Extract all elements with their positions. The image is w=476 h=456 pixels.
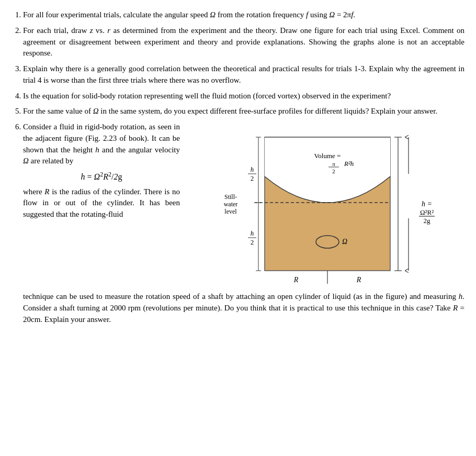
svg-text:π: π	[332, 161, 335, 167]
figure-area: h = Ω²R² 2g Still- water level	[185, 121, 464, 289]
item6-where-text: where R is the radius of the cylinder. T…	[23, 186, 180, 220]
item6-bottom-text: technique can be used to measure the rot…	[23, 291, 464, 325]
svg-text:h: h	[251, 165, 254, 173]
svg-text:Volume =: Volume =	[314, 152, 341, 160]
item-6: Consider a fluid in rigid-body rotation,…	[23, 121, 464, 325]
item-4: Is the equation for solid-body rotation …	[23, 91, 464, 102]
svg-text:R: R	[293, 276, 299, 284]
svg-text:R: R	[356, 276, 361, 284]
svg-text:2g: 2g	[424, 217, 431, 225]
item-5: For the same value of Ω in the same syst…	[23, 106, 464, 117]
item-3: Explain why there is a generally good co…	[23, 63, 464, 86]
svg-text:2: 2	[251, 238, 254, 246]
svg-text:h =: h =	[422, 200, 432, 208]
svg-text:R²h: R²h	[344, 160, 354, 168]
svg-text:Ω²R²: Ω²R²	[420, 208, 434, 216]
svg-text:Ω: Ω	[342, 238, 347, 246]
svg-text:Still-: Still-	[224, 193, 237, 201]
svg-text:2: 2	[251, 174, 254, 182]
svg-text:2: 2	[332, 168, 335, 174]
figure-svg: h = Ω²R² 2g Still- water level	[212, 121, 437, 289]
svg-text:water: water	[224, 201, 238, 208]
item-1: For all four experimental trials, calcul…	[23, 9, 464, 21]
formula-h: h = Ω2R2/2g	[23, 170, 180, 183]
svg-text:h: h	[251, 229, 254, 237]
item-2: For each trial, draw z vs. r as determin…	[23, 25, 464, 59]
item6-left-text: Consider a fluid in rigid-body rotation,…	[23, 121, 180, 220]
svg-text:level: level	[224, 208, 237, 215]
